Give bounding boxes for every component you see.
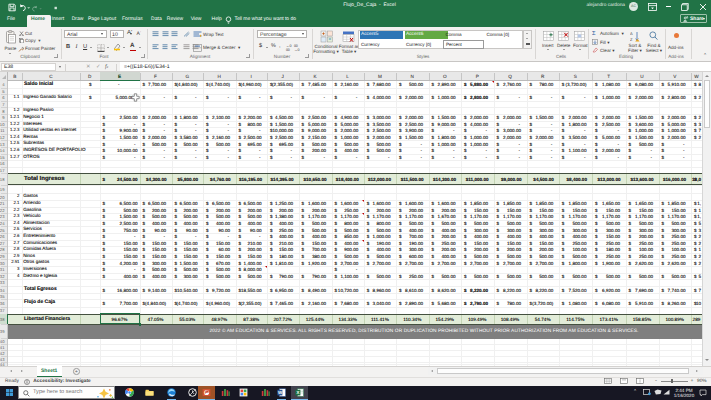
svg-text:A: A <box>630 31 633 36</box>
svg-text:X: X <box>296 391 299 396</box>
svg-text:Z: Z <box>630 37 633 42</box>
svg-text:P: P <box>205 391 208 396</box>
